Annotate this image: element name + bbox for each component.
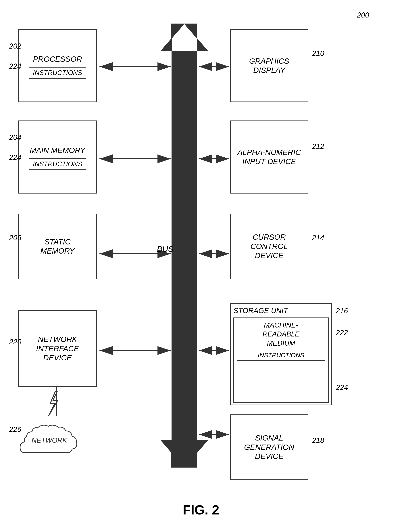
svg-text:NETWORK: NETWORK bbox=[31, 437, 67, 444]
svg-marker-4 bbox=[161, 24, 208, 51]
static-memory-title: STATIC MEMORY bbox=[38, 235, 76, 258]
cursor-control-title: CURSOR CONTROL DEVICE bbox=[249, 231, 289, 262]
graphics-display-box: GRAPHICS DISPLAY bbox=[230, 29, 308, 102]
processor-title: PROCESSOR bbox=[31, 53, 84, 66]
ref-202: 202 bbox=[9, 42, 21, 50]
ref-226: 226 bbox=[9, 425, 21, 434]
ref-214: 214 bbox=[312, 234, 324, 242]
processor-box: PROCESSOR INSTRUCTIONS bbox=[18, 29, 97, 102]
storage-instructions: INSTRUCTIONS bbox=[237, 350, 325, 361]
network-cloud: NETWORK bbox=[15, 416, 84, 467]
svg-marker-6 bbox=[161, 440, 208, 467]
ref-220: 220 bbox=[9, 338, 21, 346]
main-memory-instructions: INSTRUCTIONS bbox=[29, 158, 86, 170]
ref-224c: 224 bbox=[336, 383, 348, 392]
network-interface-title: NETWORK INTERFACE DEVICE bbox=[34, 333, 81, 364]
storage-unit-box: STORAGE UNIT MACHINE-READABLEMEDIUM INST… bbox=[230, 303, 332, 405]
ref-212: 212 bbox=[312, 142, 324, 151]
alpha-numeric-title: ALPHA-NUMERIC INPUT DEVICE bbox=[236, 146, 303, 168]
storage-unit-title: STORAGE UNIT bbox=[231, 304, 331, 316]
ref-222: 222 bbox=[336, 329, 348, 337]
main-memory-title: MAIN MEMORY bbox=[28, 144, 87, 157]
ref-216: 216 bbox=[336, 307, 348, 315]
figure-label: FIG. 2 bbox=[183, 502, 219, 517]
machine-readable-title: MACHINE-READABLEMEDIUM bbox=[237, 321, 325, 348]
ref-218: 218 bbox=[312, 436, 324, 444]
svg-rect-5 bbox=[171, 51, 197, 467]
static-memory-box: STATIC MEMORY bbox=[18, 214, 97, 279]
ref-206: 206 bbox=[9, 234, 21, 242]
signal-generation-box: SIGNAL GENERATION DEVICE bbox=[230, 414, 308, 480]
lightning-bolt bbox=[47, 391, 61, 416]
signal-generation-title: SIGNAL GENERATION DEVICE bbox=[242, 431, 296, 463]
alpha-numeric-box: ALPHA-NUMERIC INPUT DEVICE bbox=[230, 120, 308, 194]
ref-200: 200 bbox=[357, 11, 369, 19]
graphics-display-title: GRAPHICS DISPLAY bbox=[247, 55, 291, 77]
cursor-control-box: CURSOR CONTROL DEVICE bbox=[230, 214, 308, 279]
ref-224a: 224 bbox=[9, 62, 21, 70]
ref-224b: 224 bbox=[9, 153, 21, 162]
processor-instructions: INSTRUCTIONS bbox=[29, 67, 86, 79]
bus-label: BUS bbox=[157, 245, 173, 254]
network-interface-box: NETWORK INTERFACE DEVICE bbox=[18, 310, 97, 387]
machine-readable-box: MACHINE-READABLEMEDIUM INSTRUCTIONS bbox=[233, 317, 329, 403]
ref-210: 210 bbox=[312, 49, 324, 57]
ref-204: 204 bbox=[9, 133, 21, 141]
main-memory-box: MAIN MEMORY INSTRUCTIONS bbox=[18, 120, 97, 194]
